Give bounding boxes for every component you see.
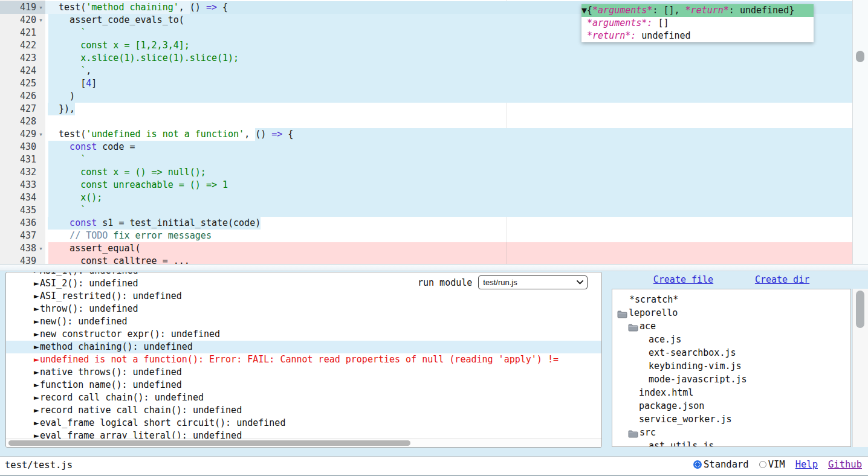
test-result-label: undefined is not a function(): Error: FA… — [40, 354, 559, 365]
test-result-item[interactable]: ►undefined is not a function(): Error: F… — [6, 353, 601, 366]
fold-arrow-icon[interactable]: ▾ — [36, 14, 45, 27]
gutter-cell: 432 — [0, 166, 45, 179]
code-line-439[interactable]: 439 const calltree = ... — [0, 255, 852, 264]
code-token: ▼{ — [581, 5, 592, 16]
code-line-436[interactable]: 436 const s1 = test_initial_state(code) — [0, 217, 852, 230]
code-line-425[interactable]: 425 [4] — [0, 77, 852, 90]
code-line-435[interactable]: 435 ` — [0, 204, 852, 217]
code-line-423[interactable]: 423 x.slice(1).slice(1).slice(1); — [0, 52, 852, 65]
file-tree-scrollbar-thumb[interactable] — [856, 291, 864, 328]
code-line-434[interactable]: 434 x(); — [0, 191, 852, 204]
test-result-item[interactable]: ►new constructor expr(): undefined — [6, 328, 601, 341]
line-number: 434 — [20, 191, 36, 204]
code-line-427[interactable]: 427 }), — [0, 103, 852, 115]
code-line-437[interactable]: 437 // TODO fix error messages — [0, 230, 852, 242]
radio-unselected-icon[interactable] — [759, 461, 766, 468]
code-token: const — [48, 217, 97, 228]
expand-triangle-icon[interactable]: ► — [34, 354, 39, 365]
expand-triangle-icon[interactable]: ► — [34, 379, 39, 390]
keybinding-option-vim[interactable]: VIM — [759, 459, 785, 470]
editor-vertical-scrollbar[interactable] — [852, 0, 868, 264]
test-result-item[interactable]: ►method chaining(): undefined — [6, 341, 601, 353]
expand-triangle-icon[interactable]: ► — [34, 272, 39, 276]
expand-triangle-icon[interactable]: ► — [34, 405, 39, 416]
test-result-label: eval_frame logical short circuit(): unde… — [40, 417, 285, 428]
help-link[interactable]: Help — [795, 459, 818, 470]
create-file-link[interactable]: Create file — [653, 274, 713, 285]
test-result-item[interactable]: ►ASI_restrited(): undefined — [6, 290, 601, 303]
create-dir-link[interactable]: Create dir — [755, 274, 809, 285]
test-result-item[interactable]: ►throw(): undefined — [6, 303, 601, 315]
line-number: 436 — [20, 217, 36, 230]
gutter-cell: 422 — [0, 39, 45, 52]
radio-selected-icon[interactable] — [693, 460, 702, 469]
keybinding-option-standard[interactable]: Standard — [693, 459, 749, 470]
test-result-item[interactable]: ►record native call chain(): undefined — [6, 404, 601, 417]
code-line-433[interactable]: 433 const unreachable = () => 1 — [0, 179, 852, 191]
fold-arrow-icon[interactable]: ▾ — [36, 128, 45, 141]
gutter-cell: 428 — [0, 115, 45, 128]
expand-triangle-icon[interactable]: ► — [34, 367, 39, 378]
test-result-item[interactable]: ►native throws(): undefined — [6, 366, 601, 379]
file-tree-item-service-worker-js[interactable]: service_worker.js — [612, 413, 850, 426]
test-result-item[interactable]: ►record call chain(): undefined — [6, 391, 601, 404]
test-result-item[interactable]: ►eval_frame logical short circuit(): und… — [6, 417, 601, 429]
code-line-424[interactable]: 424 `, — [0, 65, 852, 77]
test-result-item[interactable]: ►function name(): undefined — [6, 379, 601, 391]
expand-triangle-icon[interactable]: ► — [34, 329, 39, 339]
test-result-label: record native call chain(): undefined — [40, 405, 242, 416]
file-tree-item-ast-utils-js[interactable]: ast_utils.js — [612, 439, 850, 447]
code-token: ` — [48, 204, 86, 217]
evaluated-code-highlight: () => { — [255, 128, 293, 141]
tree-item-label: package.json — [639, 400, 704, 411]
file-tree-item-ace[interactable]: ace — [612, 320, 850, 333]
editor-scrollbar-thumb[interactable] — [856, 51, 864, 62]
expand-triangle-icon[interactable]: ► — [34, 291, 39, 301]
expand-triangle-icon[interactable]: ► — [34, 303, 39, 314]
results-scrollbar-thumb[interactable] — [8, 440, 410, 446]
code-line-content: test('undefined is not a function', () =… — [45, 128, 852, 141]
code-token: }), — [48, 103, 75, 114]
file-tree-scrollbar[interactable] — [852, 289, 868, 447]
expand-triangle-icon[interactable]: ► — [34, 316, 39, 327]
file-tree-item-leporello[interactable]: leporello — [612, 306, 850, 320]
file-tree-item-package-json[interactable]: package.json — [612, 399, 850, 413]
line-number: 421 — [20, 27, 36, 39]
test-result-label: ASI_2(): undefined — [40, 278, 138, 289]
expand-triangle-icon[interactable]: ► — [34, 417, 39, 428]
gutter-cell: 419▾ — [0, 1, 45, 14]
expand-triangle-icon[interactable]: ► — [34, 341, 39, 352]
code-token: => — [271, 129, 282, 140]
expand-triangle-icon[interactable]: ► — [34, 278, 39, 289]
github-link[interactable]: Github — [828, 459, 862, 470]
file-tree-item-index-html[interactable]: index.html — [612, 386, 850, 399]
code-line-426[interactable]: 426 ) — [0, 90, 852, 103]
code-line-430[interactable]: 430 const code = — [0, 141, 852, 153]
code-line-428[interactable]: 428 — [0, 115, 852, 128]
code-line-content: [4] — [45, 77, 852, 90]
fold-arrow-icon[interactable]: ▾ — [36, 1, 45, 14]
file-tree-item-keybinding-vim-js[interactable]: keybinding-vim.js — [612, 359, 850, 373]
code-line-438[interactable]: 438▾ assert_equal( — [0, 242, 852, 255]
test-result-label: ASI_1(): undefined — [40, 272, 138, 276]
code-line-content — [45, 115, 852, 128]
line-number: 432 — [20, 166, 36, 179]
line-highlight — [48, 77, 852, 90]
test-result-item[interactable]: ►new(): undefined — [6, 315, 601, 328]
file-tree-item-ext-searchbox-js[interactable]: ext-searchbox.js — [612, 346, 850, 359]
test-result-label: record call chain(): undefined — [40, 392, 204, 403]
code-line-432[interactable]: 432 const x = () => null(); — [0, 166, 852, 179]
run-module-select[interactable]: test/run.js — [478, 275, 588, 289]
tooltip-header-row[interactable]: ▼{*arguments*: [], *return*: undefined} — [581, 4, 814, 17]
code-token: *return*: — [587, 30, 636, 41]
code-line-429[interactable]: 429▾ test('undefined is not a function',… — [0, 128, 852, 141]
fold-arrow-icon[interactable]: ▾ — [36, 242, 45, 255]
file-tree-item-ace-js[interactable]: ace.js — [612, 333, 850, 346]
code-line-431[interactable]: 431 ` — [0, 153, 852, 166]
file-tree-item-mode-javascript-js[interactable]: mode-javascript.js — [612, 373, 850, 386]
file-tree-item-src[interactable]: src — [612, 426, 850, 439]
results-horizontal-scrollbar[interactable] — [6, 439, 601, 447]
file-tree-item--scratch-[interactable]: *scratch* — [612, 293, 850, 306]
expand-triangle-icon[interactable]: ► — [34, 392, 39, 403]
code-line-content: const x = () => null(); — [45, 166, 852, 179]
